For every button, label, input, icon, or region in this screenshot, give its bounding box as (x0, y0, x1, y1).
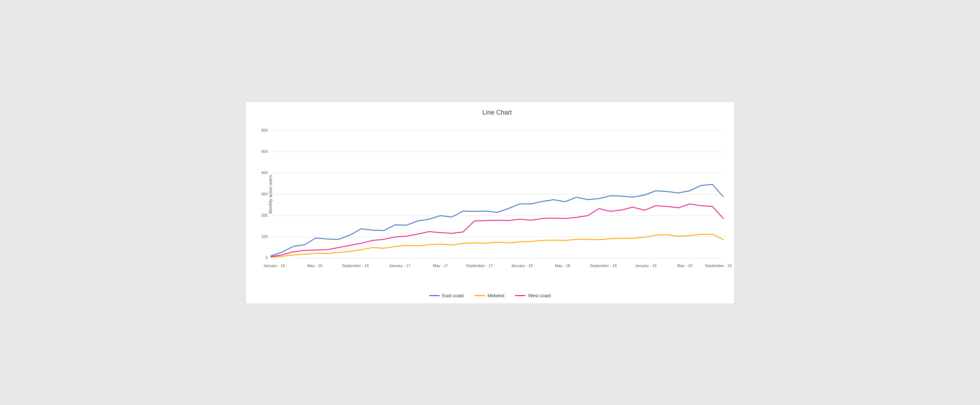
midwest-legend-line (474, 295, 485, 296)
svg-text:500: 500 (261, 149, 268, 153)
svg-text:May - 18: May - 18 (555, 263, 570, 268)
legend-item-midwest: Midwest (474, 293, 504, 298)
chart-title: Line Chart (270, 109, 724, 116)
svg-text:300: 300 (261, 191, 268, 196)
svg-text:September - 16: September - 16 (342, 263, 369, 268)
svg-text:200: 200 (261, 213, 268, 217)
svg-text:May - 17: May - 17 (433, 263, 448, 268)
legend-item-east-coast: East coast (429, 293, 464, 298)
svg-text:September - 17: September - 17 (466, 263, 493, 268)
svg-text:May - 16: May - 16 (307, 263, 322, 268)
chart-container: Line Chart Monthly active users 0 100 20… (245, 101, 735, 304)
midwest-line (270, 234, 724, 257)
svg-text:600: 600 (261, 128, 268, 132)
midwest-label: Midwest (487, 293, 504, 298)
legend: East coast Midwest West coast (429, 293, 550, 298)
west-coast-line (270, 204, 724, 257)
svg-text:0: 0 (266, 255, 268, 260)
y-axis-label: Monthly active users (268, 175, 273, 214)
main-chart-svg: 0 100 200 300 400 500 600 January - 16 M… (270, 120, 724, 269)
svg-text:September - 19: September - 19 (705, 263, 732, 268)
west-coast-label: West coast (528, 293, 551, 298)
svg-text:January - 16: January - 16 (263, 263, 285, 268)
svg-text:January - 17: January - 17 (389, 263, 410, 268)
legend-item-west-coast: West coast (515, 293, 551, 298)
svg-text:January - 19: January - 19 (635, 263, 657, 268)
svg-text:100: 100 (261, 234, 268, 238)
svg-text:September - 18: September - 18 (590, 263, 617, 268)
west-coast-legend-line (515, 295, 526, 296)
chart-area: Monthly active users 0 100 200 300 400 5… (270, 120, 724, 269)
east-coast-label: East coast (442, 293, 464, 298)
svg-text:January - 18: January - 18 (511, 263, 533, 268)
east-coast-legend-line (429, 295, 440, 296)
svg-text:May - 19: May - 19 (677, 263, 692, 268)
svg-text:400: 400 (261, 170, 268, 174)
